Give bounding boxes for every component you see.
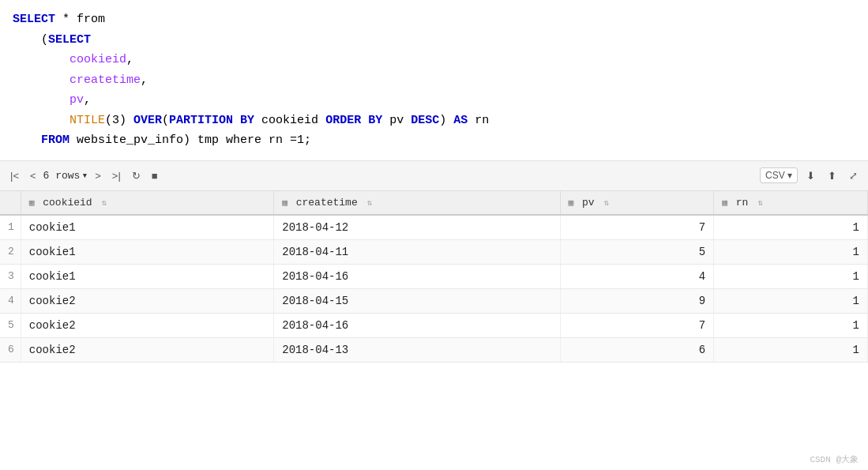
pv-cell: 9 <box>560 288 714 313</box>
row-num-cell: 2 <box>0 239 21 264</box>
rn-cell: 1 <box>714 313 868 337</box>
createtime-cell: 2018-04-12 <box>274 215 560 240</box>
csv-button[interactable]: CSV ▾ <box>760 167 798 183</box>
first-page-button[interactable]: |< <box>6 167 23 184</box>
code-line-1: SELECT * from <box>13 9 855 30</box>
cookieid-cell: cookie2 <box>21 337 273 362</box>
cookieid-cell: cookie2 <box>21 288 273 313</box>
row-num-cell: 1 <box>0 215 21 240</box>
sort-icon-pv: ⇅ <box>603 198 609 208</box>
refresh-button[interactable]: ↻ <box>128 167 145 184</box>
col-icon-pv: ▦ <box>569 198 574 208</box>
rn-cell: 1 <box>714 264 868 288</box>
createtime-cell: 2018-04-16 <box>274 264 560 288</box>
col-header-rn[interactable]: ▦ rn ⇅ <box>714 191 868 215</box>
col-icon-createtime: ▦ <box>282 198 287 208</box>
download-button[interactable]: ⬇ <box>802 167 819 184</box>
sort-icon-cookieid: ⇅ <box>101 198 107 208</box>
results-table: ▦ cookieid ⇅ ▦ createtime ⇅ ▦ pv ⇅ ▦ rn <box>0 191 868 363</box>
table-row[interactable]: 4 cookie2 2018-04-15 9 1 <box>0 288 868 313</box>
rn-cell: 1 <box>714 337 868 362</box>
col-icon-cookieid: ▦ <box>29 198 35 208</box>
code-line-5: pv, <box>13 90 855 111</box>
col-icon-rn: ▦ <box>722 198 727 208</box>
rn-cell: 1 <box>714 215 868 240</box>
table-row[interactable]: 1 cookie1 2018-04-12 7 1 <box>0 215 868 240</box>
last-page-button[interactable]: >| <box>108 167 125 184</box>
cookieid-cell: cookie2 <box>21 313 273 337</box>
code-line-6: NTILE(3) OVER(PARTITION BY cookieid ORDE… <box>13 111 855 131</box>
pv-cell: 6 <box>560 337 714 362</box>
table-row[interactable]: 2 cookie1 2018-04-11 5 1 <box>0 239 868 264</box>
code-editor: SELECT * from (SELECT cookieid, createti… <box>0 0 868 161</box>
pv-cell: 7 <box>560 313 714 337</box>
toolbar-left: |< < 6 rows ▾ > >| ↻ ■ <box>6 167 757 184</box>
row-num-cell: 3 <box>0 264 21 288</box>
code-line-4: createtime, <box>13 70 855 91</box>
keyword-select: SELECT <box>13 9 55 30</box>
createtime-cell: 2018-04-11 <box>274 239 560 264</box>
next-page-button[interactable]: > <box>91 167 105 184</box>
expand-button[interactable]: ⤢ <box>845 167 862 184</box>
createtime-cell: 2018-04-15 <box>274 288 560 313</box>
rows-count: 6 rows ▾ <box>43 169 88 182</box>
rn-cell: 1 <box>714 239 868 264</box>
rn-cell: 1 <box>714 288 868 313</box>
table-row[interactable]: 3 cookie1 2018-04-16 4 1 <box>0 264 868 288</box>
sort-icon-rn: ⇅ <box>757 198 763 208</box>
pv-cell: 7 <box>560 215 714 240</box>
pv-cell: 5 <box>560 239 714 264</box>
code-line-3: cookieid, <box>13 50 855 70</box>
col-header-createtime[interactable]: ▦ createtime ⇅ <box>274 191 560 215</box>
cookieid-cell: cookie1 <box>21 264 273 288</box>
row-num-cell: 5 <box>0 313 21 337</box>
prev-page-button[interactable]: < <box>26 167 40 184</box>
table-row[interactable]: 6 cookie2 2018-04-13 6 1 <box>0 337 868 362</box>
watermark: CSDN @大象 <box>810 453 859 465</box>
stop-button[interactable]: ■ <box>148 167 162 184</box>
upload-button[interactable]: ⬆ <box>824 167 840 184</box>
sort-icon-createtime: ⇅ <box>367 198 373 208</box>
results-table-container: ▦ cookieid ⇅ ▦ createtime ⇅ ▦ pv ⇅ ▦ rn <box>0 191 868 363</box>
col-header-cookieid[interactable]: ▦ cookieid ⇅ <box>21 191 273 215</box>
cookieid-cell: cookie1 <box>21 215 273 240</box>
createtime-cell: 2018-04-13 <box>274 337 560 362</box>
table-header-row: ▦ cookieid ⇅ ▦ createtime ⇅ ▦ pv ⇅ ▦ rn <box>0 191 868 215</box>
toolbar-right: CSV ▾ ⬇ ⬆ ⤢ <box>760 167 862 184</box>
table-row[interactable]: 5 cookie2 2018-04-16 7 1 <box>0 313 868 337</box>
pv-cell: 4 <box>560 264 714 288</box>
row-num-cell: 6 <box>0 337 21 362</box>
results-toolbar: |< < 6 rows ▾ > >| ↻ ■ CSV ▾ ⬇ ⬆ ⤢ <box>0 161 868 191</box>
cookieid-cell: cookie1 <box>21 239 273 264</box>
code-line-2: (SELECT <box>13 30 855 51</box>
code-line-7: FROM website_pv_info) tmp where rn =1; <box>13 130 855 151</box>
row-num-cell: 4 <box>0 288 21 313</box>
table-body: 1 cookie1 2018-04-12 7 1 2 cookie1 2018-… <box>0 215 868 363</box>
createtime-cell: 2018-04-16 <box>274 313 560 337</box>
row-num-header <box>0 191 21 215</box>
col-header-pv[interactable]: ▦ pv ⇅ <box>560 191 714 215</box>
